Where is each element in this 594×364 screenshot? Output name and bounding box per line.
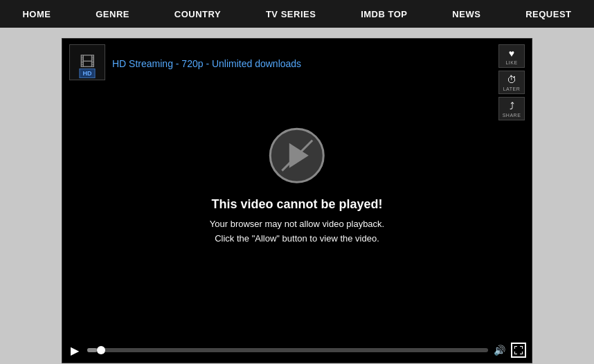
player-center: This video cannot be played! Your browse… bbox=[210, 128, 384, 246]
play-pause-button[interactable]: ▶ bbox=[68, 344, 82, 357]
error-line1: Your browser may not allow video playbac… bbox=[210, 219, 384, 229]
stream-title: HD Streaming - 720p - Unlimited download… bbox=[112, 58, 301, 69]
share-icon: ⤴ bbox=[510, 100, 514, 111]
player-side-buttons: ♥ LIKE ⏱ LATER ⤴ SHARE bbox=[498, 44, 525, 120]
like-label: LIKE bbox=[505, 60, 517, 65]
share-label: SHARE bbox=[503, 113, 521, 118]
nav-item-home[interactable]: HOME bbox=[15, 9, 57, 19]
nav-item-country[interactable]: COUNTRY bbox=[168, 9, 228, 19]
content-area: 🎞 HD HD Streaming - 720p - Unlimited dow… bbox=[0, 28, 594, 364]
nav-item-imdb-top[interactable]: IMDB TOP bbox=[354, 9, 414, 19]
progress-thumb bbox=[97, 346, 105, 354]
error-line2: Click the "Allow" button to view the vid… bbox=[215, 233, 379, 244]
play-triangle bbox=[289, 143, 309, 168]
progress-bar[interactable] bbox=[87, 348, 488, 352]
player-controls: ▶ 🔊 bbox=[62, 338, 532, 363]
fullscreen-button[interactable] bbox=[511, 343, 526, 358]
nav-item-tv-series[interactable]: TV SERIES bbox=[259, 9, 323, 19]
fullscreen-icon bbox=[514, 346, 523, 354]
volume-icon[interactable]: 🔊 bbox=[494, 345, 505, 356]
later-button[interactable]: ⏱ LATER bbox=[498, 71, 525, 94]
video-player: 🎞 HD HD Streaming - 720p - Unlimited dow… bbox=[62, 38, 532, 363]
nav-item-request[interactable]: REQUEST bbox=[519, 9, 578, 19]
error-title: This video cannot be played! bbox=[211, 197, 382, 212]
player-top-bar: 🎞 HD HD Streaming - 720p - Unlimited dow… bbox=[62, 39, 532, 126]
error-description: Your browser may not allow video playbac… bbox=[210, 217, 384, 246]
later-label: LATER bbox=[503, 87, 521, 91]
progress-fill bbox=[87, 348, 97, 352]
heart-icon: ♥ bbox=[509, 48, 514, 59]
nav-item-news[interactable]: NEWS bbox=[445, 9, 487, 19]
film-icon-box: 🎞 HD bbox=[69, 44, 105, 80]
nav-item-genre[interactable]: GENRE bbox=[89, 9, 136, 19]
blocked-play-icon bbox=[269, 128, 325, 183]
hd-badge: HD bbox=[80, 69, 96, 78]
main-navigation: HOME GENRE COUNTRY TV SERIES IMDB TOP NE… bbox=[0, 0, 594, 28]
no-video-icon bbox=[280, 138, 314, 173]
like-button[interactable]: ♥ LIKE bbox=[498, 44, 525, 68]
play-circle-inner bbox=[271, 130, 323, 181]
clock-icon: ⏱ bbox=[507, 74, 516, 85]
player-top-left: 🎞 HD HD Streaming - 720p - Unlimited dow… bbox=[69, 44, 301, 80]
share-button[interactable]: ⤴ SHARE bbox=[498, 97, 525, 120]
